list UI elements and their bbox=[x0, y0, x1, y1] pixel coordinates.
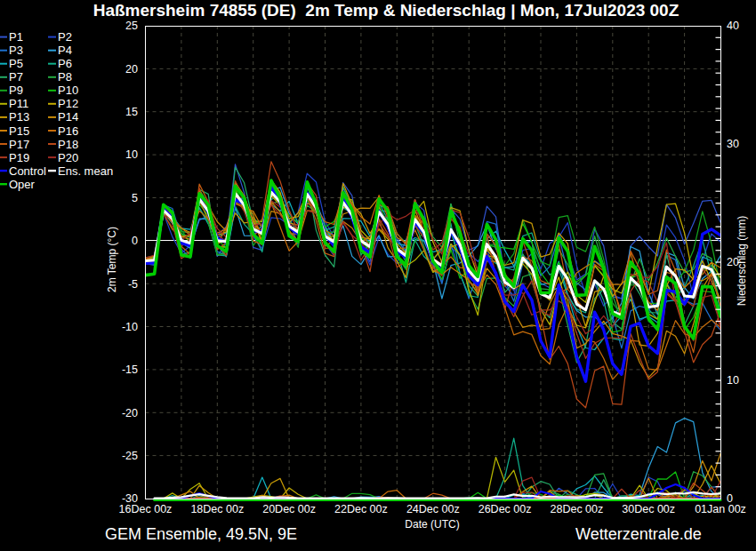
svg-text:40: 40 bbox=[727, 20, 739, 32]
svg-text:P2: P2 bbox=[58, 30, 72, 44]
svg-text:Wetterzentrale.de: Wetterzentrale.de bbox=[575, 525, 702, 543]
svg-text:P18: P18 bbox=[58, 138, 78, 151]
svg-text:-10: -10 bbox=[122, 321, 138, 333]
svg-text:30: 30 bbox=[727, 138, 739, 150]
svg-text:26Dec 00z: 26Dec 00z bbox=[479, 503, 532, 515]
svg-text:P15: P15 bbox=[9, 124, 29, 138]
svg-text:25: 25 bbox=[125, 20, 138, 32]
svg-text:P19: P19 bbox=[9, 151, 29, 164]
svg-text:10: 10 bbox=[727, 374, 739, 387]
svg-text:01Jan 00z: 01Jan 00z bbox=[695, 503, 746, 515]
svg-text:18Dec 00z: 18Dec 00z bbox=[190, 503, 244, 515]
svg-text:P14: P14 bbox=[58, 110, 78, 124]
svg-text:28Dec 00z: 28Dec 00z bbox=[551, 503, 604, 515]
svg-text:P16: P16 bbox=[58, 124, 78, 138]
svg-text:P10: P10 bbox=[58, 84, 78, 97]
svg-text:20: 20 bbox=[125, 63, 138, 76]
svg-text:Oper: Oper bbox=[9, 178, 36, 191]
svg-text:30Dec 00z: 30Dec 00z bbox=[622, 503, 675, 515]
svg-text:-15: -15 bbox=[122, 363, 138, 376]
svg-text:P5: P5 bbox=[9, 57, 23, 70]
svg-text:-25: -25 bbox=[122, 450, 138, 462]
svg-text:GEM Ensemble, 49.5N, 9E: GEM Ensemble, 49.5N, 9E bbox=[105, 525, 297, 543]
svg-text:5: 5 bbox=[132, 192, 138, 204]
svg-text:-20: -20 bbox=[122, 407, 138, 419]
svg-text:Ens. mean: Ens. mean bbox=[58, 164, 113, 178]
svg-text:P13: P13 bbox=[9, 110, 29, 124]
svg-text:2m Temp (°C): 2m Temp (°C) bbox=[106, 227, 118, 292]
svg-text:Niederschlag (mm): Niederschlag (mm) bbox=[736, 216, 748, 306]
svg-text:Date (UTC): Date (UTC) bbox=[405, 518, 459, 531]
svg-text:Control: Control bbox=[9, 164, 46, 178]
svg-text:P7: P7 bbox=[9, 70, 23, 84]
svg-text:10: 10 bbox=[125, 148, 138, 161]
svg-text:P6: P6 bbox=[58, 57, 72, 70]
svg-text:-5: -5 bbox=[128, 278, 138, 291]
svg-text:22Dec 00z: 22Dec 00z bbox=[334, 503, 388, 515]
svg-text:24Dec 00z: 24Dec 00z bbox=[406, 503, 460, 515]
svg-text:P3: P3 bbox=[9, 44, 23, 57]
svg-text:P1: P1 bbox=[9, 30, 23, 44]
svg-text:P17: P17 bbox=[9, 138, 29, 151]
svg-text:P12: P12 bbox=[58, 97, 78, 110]
svg-text:P9: P9 bbox=[9, 84, 23, 97]
svg-text:15: 15 bbox=[125, 106, 138, 118]
svg-text:P11: P11 bbox=[9, 97, 28, 110]
svg-text:20Dec 00z: 20Dec 00z bbox=[262, 503, 316, 515]
svg-text:16Dec 00z: 16Dec 00z bbox=[119, 503, 173, 515]
svg-text:P20: P20 bbox=[58, 151, 78, 164]
svg-text:Haßmersheim 74855 (DE) 2m Tem: Haßmersheim 74855 (DE) 2m Temp & Nieders… bbox=[93, 1, 680, 20]
svg-text:P4: P4 bbox=[58, 44, 72, 57]
svg-text:0: 0 bbox=[132, 235, 138, 247]
svg-text:P8: P8 bbox=[58, 70, 72, 84]
